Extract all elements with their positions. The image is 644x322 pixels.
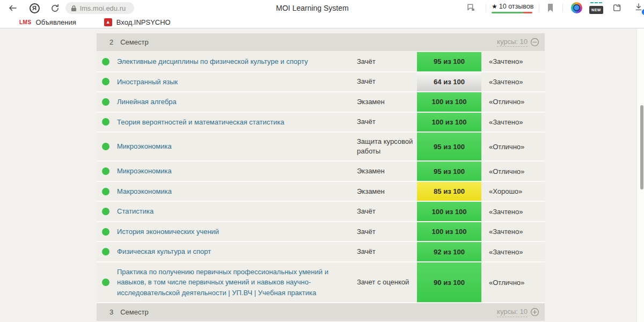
- assessment-type: Зачет с оценкой: [357, 273, 417, 291]
- course-link[interactable]: Физическая культура и спорт: [117, 247, 211, 255]
- course-cell: Теория вероятностей и математическая ста…: [117, 113, 357, 132]
- bookmarks-bar: LMS Объявления ▲ Вход.INPSYCHO: [0, 16, 644, 28]
- grade-text: «Зачтено»: [481, 248, 545, 256]
- course-link[interactable]: Микроэкономика: [117, 142, 172, 150]
- status-dot-icon: [102, 188, 109, 195]
- table-row: История экономических учений Зачёт 100 и…: [97, 222, 545, 243]
- extension-new-button[interactable]: NEW: [589, 2, 603, 14]
- grade-text: «Отлично»: [481, 279, 545, 287]
- grade-text: «Отлично»: [481, 167, 545, 175]
- semester-label: Семестр: [120, 38, 148, 46]
- course-cell: Микроэкономика: [117, 162, 357, 181]
- status-dot-icon: [102, 118, 109, 126]
- back-button[interactable]: [6, 2, 19, 14]
- bookmark-item-announcements[interactable]: LMS Объявления: [19, 18, 76, 26]
- table-row: Микроэкономика Защита курсовой работы 95…: [97, 133, 545, 162]
- assessment-type: Защита курсовой работы: [357, 133, 417, 160]
- bookmark-page-button[interactable]: [546, 3, 554, 13]
- status-cell: [97, 92, 117, 112]
- course-link[interactable]: Макроэкономика: [117, 187, 172, 195]
- assessment-type: Зачёт: [357, 72, 417, 91]
- assessment-type: Экзамен: [357, 182, 417, 201]
- status-dot-icon: [102, 143, 109, 150]
- score-badge: 64 из 100: [417, 72, 481, 92]
- assessment-type: Зачёт: [357, 53, 417, 71]
- table-row: Макроэкономика Экзамен 85 из 100 «Хорошо…: [97, 182, 545, 202]
- status-cell: [97, 202, 117, 221]
- score-badge: 100 из 100: [417, 113, 481, 132]
- bookmark-flag-icon: [546, 3, 554, 13]
- yandex-button[interactable]: Я: [28, 2, 41, 14]
- course-link[interactable]: Микроэкономика: [117, 167, 172, 175]
- status-cell: [97, 133, 117, 160]
- expand-plus-icon[interactable]: [530, 308, 539, 317]
- semester-number: 3: [109, 308, 113, 316]
- courses-count-link[interactable]: курсы: 10: [497, 308, 528, 317]
- grade-text: «Отлично»: [481, 143, 545, 151]
- scrollbar-thumb[interactable]: [640, 105, 643, 189]
- grade-text: «Зачтено»: [481, 57, 545, 65]
- course-link[interactable]: Элективные дисциплины по физической куль…: [117, 57, 308, 65]
- status-dot-icon: [102, 279, 109, 286]
- browser-toolbar: Я lms.moi.edu.ru MOI Learning System ★10…: [0, 0, 644, 16]
- course-cell: Элективные дисциплины по физической куль…: [117, 52, 357, 71]
- course-link[interactable]: Иностранный язык: [117, 78, 178, 86]
- course-cell: Макроэкономика: [117, 182, 357, 201]
- grade-text: «Хорошо»: [481, 187, 545, 195]
- score-badge: 100 из 100: [417, 222, 481, 241]
- table-row: Физическая культура и спорт Зачёт 92 из …: [97, 242, 545, 262]
- table-row: Теория вероятностей и математическая ста…: [97, 113, 545, 133]
- extension-browser-icon[interactable]: [571, 2, 582, 13]
- toolbar-divider: [539, 4, 539, 12]
- status-cell: [97, 222, 117, 241]
- grade-text: «Зачтено»: [481, 228, 545, 236]
- assessment-type: Зачёт: [357, 223, 417, 241]
- table-row: Иностранный язык Зачёт 64 из 100 «Зачтен…: [97, 72, 545, 93]
- bookmark-label: Объявления: [36, 18, 76, 26]
- status-dot-icon: [102, 167, 109, 175]
- status-dot-icon: [102, 208, 109, 215]
- course-link[interactable]: Статистика: [117, 207, 153, 215]
- status-cell: [97, 162, 117, 181]
- status-dot-icon: [102, 248, 109, 255]
- status-cell: [97, 242, 117, 261]
- course-link[interactable]: История экономических учений: [117, 228, 219, 236]
- collapse-minus-icon[interactable]: [530, 38, 539, 47]
- table-row: Микроэкономика Экзамен 95 из 100 «Отличн…: [97, 162, 545, 182]
- table-row: Статистика Зачёт 100 из 100 «Зачтено»: [97, 202, 545, 222]
- semester-3-header: 3 Семестр курсы: 10: [97, 303, 545, 321]
- course-cell: Микроэкономика: [117, 137, 357, 156]
- lms-favicon: LMS: [19, 19, 32, 25]
- score-badge: 95 из 100: [417, 52, 481, 71]
- scrollbar-track[interactable]: [636, 28, 644, 322]
- downloads-button[interactable]: 2: [634, 3, 644, 14]
- refresh-button[interactable]: [48, 2, 61, 14]
- status-cell: [97, 113, 117, 132]
- course-link[interactable]: Практика по получению первичных професси…: [117, 268, 328, 297]
- protect-button[interactable]: [466, 3, 476, 13]
- reviews-rating-bar: [492, 12, 532, 13]
- status-cell: [97, 52, 117, 71]
- semester-2-header: 2 Семестр курсы: 10: [97, 33, 545, 51]
- bookmark-item-inpsycho[interactable]: ▲ Вход.INPSYCHO: [104, 18, 171, 26]
- yandex-icon: Я: [30, 3, 40, 13]
- address-bar[interactable]: lms.moi.edu.ru: [65, 2, 134, 14]
- collections-icon: [612, 3, 623, 13]
- score-badge: 95 из 100: [417, 133, 481, 160]
- toolbar-divider: [486, 4, 486, 12]
- course-cell: Статистика: [117, 202, 357, 221]
- status-dot-icon: [102, 78, 109, 85]
- refresh-icon: [50, 4, 60, 13]
- downloads-count-badge: 2: [641, 9, 644, 16]
- status-cell: [97, 72, 117, 92]
- score-badge: 85 из 100: [417, 182, 481, 201]
- course-link[interactable]: Линейная алгебра: [117, 98, 177, 106]
- course-link[interactable]: Теория вероятностей и математическая ста…: [117, 118, 284, 126]
- assessment-type: Зачёт: [357, 202, 417, 221]
- collections-button[interactable]: [612, 3, 623, 13]
- course-cell: Практика по получению первичных професси…: [117, 262, 357, 303]
- reviews-count: 10 отзывов: [499, 3, 534, 10]
- courses-count-link[interactable]: курсы: 10: [497, 38, 528, 47]
- reviews-button[interactable]: ★10 отзывов: [492, 3, 533, 10]
- status-cell: [97, 262, 117, 303]
